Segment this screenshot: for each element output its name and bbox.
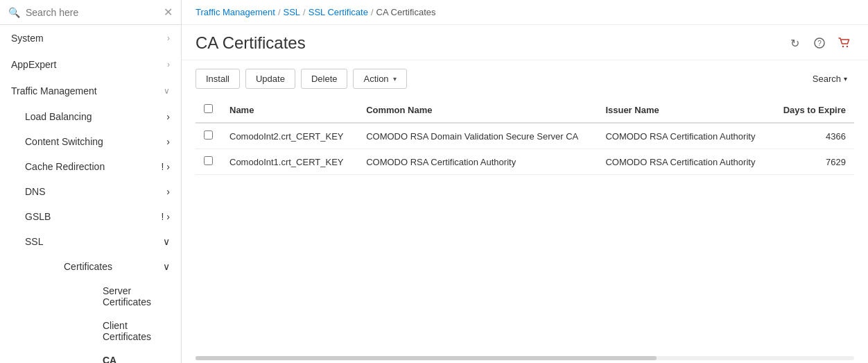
action-caret-icon: ▾ xyxy=(393,75,397,83)
refresh-button[interactable]: ↻ xyxy=(785,33,804,53)
table-row: ComodoInt1.crt_CERT_KEY COMODO RSA Certi… xyxy=(196,149,854,175)
breadcrumb-ssl-certificate[interactable]: SSL Certificate xyxy=(309,7,368,17)
row-checkbox-cell xyxy=(196,123,221,149)
search-bar: 🔍 ✕ xyxy=(0,0,181,25)
chevron-down-icon: ∨ xyxy=(164,86,170,96)
warning-badge: ! xyxy=(161,161,164,172)
sidebar-item-client-certificates[interactable]: Client Certificates xyxy=(64,314,181,348)
chevron-right-icon: › xyxy=(166,186,170,197)
row-days-to-expire: 7629 xyxy=(771,149,854,175)
chevron-right-icon: › xyxy=(167,60,170,69)
warning-badge: ! xyxy=(161,211,164,222)
cart-button[interactable] xyxy=(835,33,854,53)
search-caret-icon: ▾ xyxy=(844,75,847,83)
chevron-right-icon: › xyxy=(166,161,170,172)
help-icon: ? xyxy=(814,37,825,49)
sidebar-item-label: AppExpert xyxy=(11,59,167,70)
sidebar-item-certificates[interactable]: Certificates ∨ xyxy=(25,254,181,279)
table-wrap: Name Common Name Issuer Name Days to Exp… xyxy=(182,97,868,353)
sidebar-item-label: DNS xyxy=(25,186,46,197)
table-row: ComodoInt2.crt_CERT_KEY COMODO RSA Domai… xyxy=(196,123,854,149)
close-icon[interactable]: ✕ xyxy=(164,6,173,19)
main-content: Traffic Management / SSL / SSL Certifica… xyxy=(182,0,868,363)
cart-icon xyxy=(838,37,851,49)
action-button[interactable]: Action ▾ xyxy=(353,69,406,89)
sidebar-item-label: Certificates xyxy=(64,261,112,272)
help-button[interactable]: ? xyxy=(810,33,829,53)
chevron-down-icon: ∨ xyxy=(163,261,170,272)
row-name: ComodoInt2.crt_CERT_KEY xyxy=(221,123,358,149)
select-all-header xyxy=(196,97,221,123)
certificates-subnav: Server Certificates Client Certificates … xyxy=(25,279,181,363)
nav-items: System › AppExpert › Traffic Management … xyxy=(0,25,181,363)
sidebar-item-label: CA Certificates xyxy=(103,355,170,363)
sidebar-item-appexpert[interactable]: AppExpert › xyxy=(0,51,181,78)
row-common-name: COMODO RSA Domain Validation Secure Serv… xyxy=(358,123,597,149)
horizontal-scrollbar[interactable] xyxy=(196,356,854,360)
toolbar: Install Update Delete Action ▾ Search ▾ xyxy=(182,60,868,97)
sidebar-item-traffic-management[interactable]: Traffic Management ∨ xyxy=(0,78,181,104)
sidebar: 🔍 ✕ System › AppExpert › Traffic Managem… xyxy=(0,0,182,363)
certificates-table: Name Common Name Issuer Name Days to Exp… xyxy=(196,97,854,175)
chevron-right-icon: › xyxy=(166,211,170,222)
header-icons: ↻ ? xyxy=(785,33,854,53)
table-header-row: Name Common Name Issuer Name Days to Exp… xyxy=(196,97,854,123)
col-header-common-name: Common Name xyxy=(358,97,597,123)
search-button[interactable]: Search ▾ xyxy=(806,69,854,88)
ssl-subnav: Certificates ∨ Server Certificates Clien… xyxy=(0,254,181,363)
sidebar-item-ca-certificates[interactable]: CA Certificates xyxy=(64,348,181,363)
sidebar-item-ssl[interactable]: SSL ∨ xyxy=(0,229,181,254)
table-body: ComodoInt2.crt_CERT_KEY COMODO RSA Domai… xyxy=(196,123,854,175)
chevron-right-icon: › xyxy=(166,111,170,122)
sidebar-item-server-certificates[interactable]: Server Certificates xyxy=(64,279,181,314)
update-button[interactable]: Update xyxy=(245,69,295,89)
sidebar-item-label: Cache Redirection xyxy=(25,161,105,172)
row-checkbox[interactable] xyxy=(204,156,213,165)
chevron-right-icon: › xyxy=(166,136,170,147)
sidebar-item-system[interactable]: System › xyxy=(0,25,181,51)
sidebar-item-content-switching[interactable]: Content Switching › xyxy=(0,129,181,154)
chevron-right-icon: › xyxy=(167,33,170,43)
delete-button[interactable]: Delete xyxy=(301,69,348,89)
gslb-right: ! › xyxy=(161,211,170,222)
scrollbar-thumb[interactable] xyxy=(196,356,657,360)
svg-point-3 xyxy=(847,46,848,47)
search-input[interactable] xyxy=(26,7,158,18)
sidebar-item-label: Server Certificates xyxy=(103,285,170,307)
row-checkbox[interactable] xyxy=(204,130,213,140)
col-header-issuer-name: Issuer Name xyxy=(597,97,771,123)
sidebar-item-label: Content Switching xyxy=(25,136,103,147)
row-issuer-name: COMODO RSA Certification Authority xyxy=(597,123,771,149)
sidebar-item-cache-redirection[interactable]: Cache Redirection ! › xyxy=(0,154,181,179)
sidebar-item-load-balancing[interactable]: Load Balancing › xyxy=(0,104,181,129)
row-issuer-name: COMODO RSA Certification Authority xyxy=(597,149,771,175)
row-name: ComodoInt1.crt_CERT_KEY xyxy=(221,149,358,175)
row-days-to-expire: 4366 xyxy=(771,123,854,149)
row-common-name: COMODO RSA Certification Authority xyxy=(358,149,597,175)
action-label: Action xyxy=(363,74,388,84)
breadcrumb: Traffic Management / SSL / SSL Certifica… xyxy=(182,0,868,25)
chevron-down-icon: ∨ xyxy=(163,236,170,247)
sidebar-item-label: System xyxy=(11,33,167,44)
breadcrumb-sep-1: / xyxy=(278,7,281,17)
breadcrumb-sep-3: / xyxy=(371,7,374,17)
install-button[interactable]: Install xyxy=(196,69,240,89)
page-title: CA Certificates xyxy=(196,33,306,53)
traffic-management-subnav: Load Balancing › Content Switching › Cac… xyxy=(0,104,181,363)
cache-redirection-right: ! › xyxy=(161,161,170,172)
search-label: Search xyxy=(813,74,841,84)
sidebar-item-label: GSLB xyxy=(25,211,51,222)
sidebar-item-label: Traffic Management xyxy=(11,85,164,96)
svg-point-2 xyxy=(842,46,844,47)
col-header-name: Name xyxy=(221,97,358,123)
breadcrumb-traffic-management[interactable]: Traffic Management xyxy=(196,7,275,17)
sidebar-item-gslb[interactable]: GSLB ! › xyxy=(0,204,181,229)
row-checkbox-cell xyxy=(196,149,221,175)
col-header-days-to-expire: Days to Expire xyxy=(771,97,854,123)
select-all-checkbox[interactable] xyxy=(204,104,213,113)
sidebar-item-label: Load Balancing xyxy=(25,111,92,122)
breadcrumb-current: CA Certificates xyxy=(376,7,436,17)
breadcrumb-sep-2: / xyxy=(303,7,306,17)
breadcrumb-ssl[interactable]: SSL xyxy=(284,7,301,17)
sidebar-item-dns[interactable]: DNS › xyxy=(0,179,181,204)
